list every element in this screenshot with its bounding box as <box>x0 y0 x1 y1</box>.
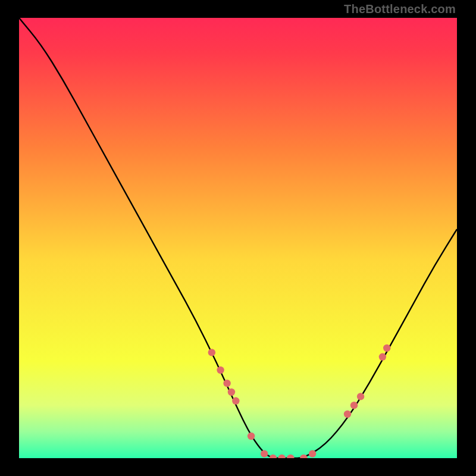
highlight-point <box>261 450 268 457</box>
highlight-point <box>357 393 364 400</box>
watermark-text: TheBottleneck.com <box>344 2 456 16</box>
highlight-point <box>208 349 215 356</box>
bottleneck-chart <box>19 18 457 458</box>
highlight-point <box>223 380 230 387</box>
highlight-point <box>309 450 316 457</box>
highlight-point <box>217 367 224 374</box>
gradient-bg <box>19 18 457 458</box>
highlight-point <box>350 402 358 409</box>
highlight-point <box>248 433 255 440</box>
highlight-point <box>344 411 351 418</box>
chart-frame <box>19 18 457 458</box>
highlight-point <box>228 389 235 396</box>
highlight-point <box>232 397 239 405</box>
highlight-point <box>383 345 390 352</box>
highlight-point <box>379 353 386 361</box>
